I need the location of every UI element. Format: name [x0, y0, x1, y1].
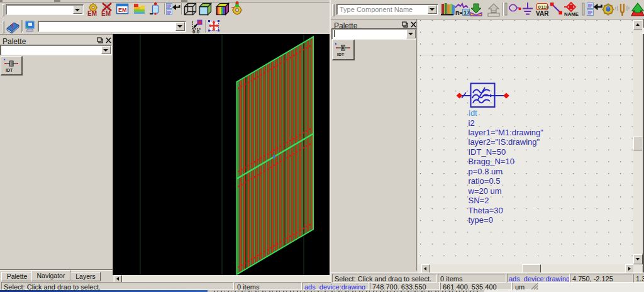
svg-text:17: 17: [464, 9, 470, 16]
svg-text:EM: EM: [101, 10, 111, 17]
svg-text:EM: EM: [118, 7, 127, 13]
svg-text:IDT: IDT: [6, 68, 13, 72]
svg-text:R=: R=: [455, 9, 464, 16]
svg-text:EM: EM: [87, 10, 97, 17]
svg-text:0110: 0110: [538, 4, 550, 10]
svg-text:0.0: 0.0: [192, 29, 200, 34]
svg-text:IDT: IDT: [337, 52, 345, 57]
svg-text:VAR: VAR: [536, 10, 549, 17]
svg-text:NAME: NAME: [564, 11, 579, 17]
